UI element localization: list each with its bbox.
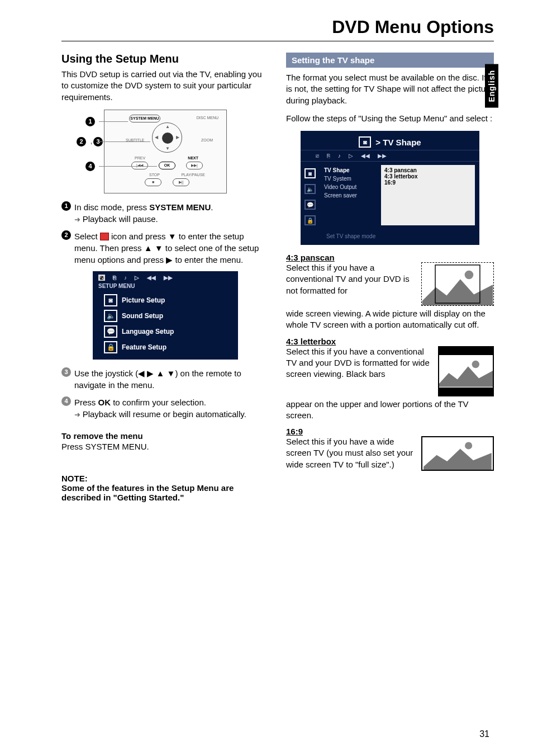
wide-text: Select this if you have a wide screen TV… [286, 436, 416, 470]
setup-item-language-label: Language Setup [122, 328, 174, 336]
sliders-icon [100, 233, 109, 240]
tv-shape-tabs: . ⎚ ⎘ ♪ ▷ ◀◀ ▶▶ [301, 150, 479, 162]
tv-shape-footer: Set TV shape mode [301, 225, 479, 239]
picture-icon: ◙ [304, 168, 316, 178]
remote-diagram: 1 2,3 4 SYSTEM MENU DISC MENU ▲ ▼ ◀ ▶ SU… [104, 110, 227, 193]
letterbox-heading: 4:3 letterbox [286, 337, 494, 346]
tv-shape-right-options: 4:3 panscan 4:3 letterbox 16:9 [381, 165, 475, 225]
tab-forward-icon: ▶▶ [378, 153, 387, 159]
tab-subtitle-icon: ⎘ [113, 275, 116, 281]
page-number: 31 [479, 729, 489, 739]
setup-menu-tabs: ⎚ ⎘ ♪ ▷ ◀◀ ▶▶ [93, 271, 238, 283]
tab-audio-icon: ♪ [124, 275, 127, 281]
sound-icon: 🔈 [104, 310, 117, 322]
setup-menu-label: SETUP MENU [93, 283, 238, 292]
opt-screensaver: Screen saver [322, 191, 379, 200]
panscan-heading: 4:3 panscan [286, 253, 494, 262]
opt-tvshape: TV Shape [322, 166, 379, 174]
right-column: Setting the TV shape The format you sele… [286, 53, 494, 502]
tab-play-icon: ▷ [349, 153, 353, 159]
sound-icon: 🔈 [304, 184, 316, 194]
ok-bold: OK [98, 398, 111, 407]
opt-169: 16:9 [384, 179, 472, 186]
using-setup-intro: This DVD setup is carried out via the TV… [61, 69, 269, 103]
opt-tvsystem: TV System [322, 174, 379, 183]
setting-tv-shape-bar: Setting the TV shape [286, 53, 494, 68]
diagram-badge-4: 4 [85, 162, 98, 171]
step-2-text-a: Select [74, 231, 100, 241]
feature-icon: 🔒 [104, 341, 117, 353]
setup-item-picture-label: Picture Setup [122, 296, 165, 304]
svg-point-2 [472, 360, 479, 367]
tv-shape-mid-options: TV Shape TV System Video Output Screen s… [320, 165, 381, 225]
tab-sliders-icon: ⎚ [98, 275, 105, 281]
tab-rewind-icon: ◀◀ [147, 275, 156, 281]
letterbox-text-2: appear on the upper and lower portions o… [286, 399, 494, 422]
prev-label: PREV [135, 156, 145, 160]
setup-item-picture: ◙ Picture Setup [93, 292, 238, 308]
tab-subtitle-icon: ⎘ [327, 153, 330, 159]
wide-thumb [421, 436, 494, 471]
step-1-badge: 1 [61, 201, 71, 211]
letterbox-thumb [438, 346, 494, 396]
tab-audio-icon: ♪ [338, 153, 341, 159]
step-1-text-a: In disc mode, press [74, 202, 149, 212]
opt-letterbox: 4:3 letterbox [384, 173, 472, 179]
next-label: NEXT [188, 156, 198, 160]
picture-icon: ◙ [104, 294, 117, 306]
using-setup-heading: Using the Setup Menu [61, 53, 269, 65]
step-2: 2 Select icon and press ▼ to enter the s… [61, 230, 269, 266]
panscan-text-1: Select this if you have a conventional T… [286, 262, 416, 296]
note-body: Some of the features in the Setup Menu a… [61, 483, 269, 502]
letterbox-text-1: Select this if you have a conventional T… [286, 346, 432, 380]
tab-rewind-icon: ◀◀ [361, 153, 370, 159]
stop-button-icon: ■ [145, 178, 161, 186]
panscan-text-2: wide screen viewing. A wide picture will… [286, 308, 494, 331]
setup-item-feature: 🔒 Feature Setup [93, 339, 238, 355]
tv-shape-intro-1: The format you select must be available … [286, 72, 494, 106]
step-3-badge: 3 [61, 367, 71, 377]
note-block: NOTE: Some of the features in the Setup … [61, 474, 269, 502]
step-4-result: Playback will resume or begin automatica… [74, 408, 269, 420]
feature-icon: 🔒 [304, 215, 316, 225]
remove-menu-heading: To remove the menu [61, 431, 269, 441]
tv-shape-breadcrumb: ◙ > TV Shape [301, 134, 479, 150]
step-3-text: Use the joystick (◀ ▶ ▲ ▼) on the remote… [74, 367, 269, 391]
step-2-badge: 2 [61, 230, 71, 240]
tab-sliders-icon: ⎚ [316, 153, 319, 159]
setup-menu-screenshot: ⎚ ⎘ ♪ ▷ ◀◀ ▶▶ SETUP MENU ◙ Picture Setup… [93, 271, 238, 360]
svg-point-0 [465, 271, 474, 280]
dpad-icon: ▲ ▼ ◀ ▶ [152, 122, 182, 153]
step-1: 1 In disc mode, press SYSTEM MENU. Playb… [61, 201, 269, 225]
tv-shape-intro-2: Follow the steps of "Using the Setup Men… [286, 113, 494, 124]
ok-button-label: OK [159, 162, 175, 169]
language-icon: 💬 [304, 200, 316, 210]
setup-item-sound: 🔈 Sound Setup [93, 308, 238, 324]
picture-icon: ◙ [359, 136, 371, 148]
remove-menu-body: Press SYSTEM MENU. [61, 442, 269, 451]
play-button-icon: ▶|| [173, 178, 189, 186]
step-4-badge: 4 [61, 396, 71, 406]
zoom-label: ZOOM [201, 138, 213, 142]
step-1-result: Playback will pause. [74, 213, 269, 225]
step-3: 3 Use the joystick (◀ ▶ ▲ ▼) on the remo… [61, 367, 269, 391]
disc-menu-label: DISC MENU [197, 116, 218, 120]
opt-videooutput: Video Output [322, 183, 379, 191]
language-tab: English [485, 64, 498, 108]
tv-shape-category-icons: ◙ 🔈 💬 🔒 [301, 165, 320, 225]
panscan-thumb [421, 262, 494, 306]
step-1-text-c: . [211, 202, 213, 212]
stop-label: STOP [149, 173, 160, 177]
left-column: Using the Setup Menu This DVD setup is c… [61, 53, 269, 502]
tab-forward-icon: ▶▶ [164, 275, 173, 281]
setup-item-feature-label: Feature Setup [122, 343, 166, 351]
opt-panscan: 4:3 panscan [384, 167, 472, 173]
tv-shape-screenshot: ◙ > TV Shape . ⎚ ⎘ ♪ ▷ ◀◀ ▶▶ ◙ 🔈 💬 🔒 [301, 131, 479, 245]
step-4-text-c: to confirm your selection. [111, 398, 206, 407]
svg-point-3 [465, 442, 472, 449]
wide-heading: 16:9 [286, 427, 494, 436]
step-4: 4 Press OK to confirm your selection. Pl… [61, 396, 269, 420]
tab-play-icon: ▷ [135, 275, 139, 281]
page-title: DVD Menu Options [61, 17, 494, 41]
playpause-label: PLAY/PAUSE [181, 173, 205, 177]
